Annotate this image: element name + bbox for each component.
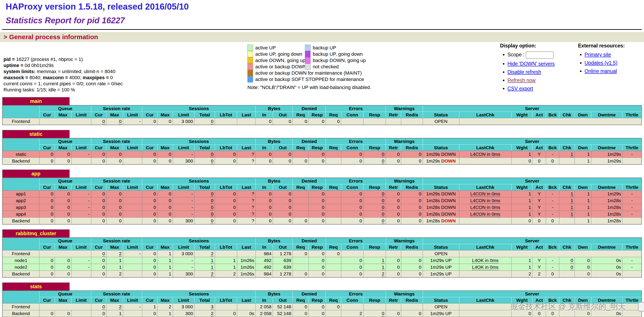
column-header: Max	[158, 297, 173, 304]
table-row: Backend00000030000?000000001m28s DOWN000…	[2, 218, 642, 225]
stat-cell: 0	[106, 158, 123, 165]
stat-cell: 0	[364, 218, 386, 225]
stat-cell: -	[173, 211, 194, 218]
column-group-header: Bytes	[256, 178, 293, 184]
stat-cell: 0	[158, 197, 173, 204]
stat-cell: 0s	[591, 271, 622, 278]
column-header: Resp	[364, 184, 386, 191]
proxy-name-link[interactable]: app	[32, 171, 40, 176]
tooltip-value: 0	[382, 191, 384, 197]
column-group-header: Server	[423, 105, 642, 112]
tooltip-value: 0	[211, 191, 214, 197]
csv-export-link[interactable]: CSV export	[508, 86, 533, 91]
proxy-name-link[interactable]: static	[30, 131, 42, 137]
column-header: Chk	[559, 112, 574, 118]
column-header: Limit	[123, 145, 142, 151]
column-group-header: Bytes	[256, 105, 293, 112]
process-info-line: Running tasks: 1/15; idle = 100 %	[4, 87, 248, 93]
column-header: Max	[106, 184, 123, 191]
online-manual-link[interactable]: Online manual	[584, 68, 617, 74]
stat-cell: 1	[364, 257, 386, 264]
corner-header	[2, 138, 40, 151]
proxy-name-link[interactable]: rabbitmq_cluster	[16, 231, 56, 236]
primary-site-link[interactable]: Primary site	[584, 52, 611, 57]
stat-cell: 1m29s DOWN	[423, 158, 459, 165]
column-header: LastChk	[459, 184, 511, 191]
stat-cell: 0	[142, 310, 157, 317]
stat-cell	[123, 211, 142, 218]
disable-refresh-link[interactable]: Disable refresh	[508, 69, 541, 75]
stat-cell: 2	[364, 271, 386, 278]
display-options: Display option: Scope : Hide 'DOWN' serv…	[485, 43, 572, 94]
stat-cell: 0	[40, 218, 55, 225]
tooltip-value: 1	[211, 258, 214, 264]
stat-cell: 0	[40, 257, 55, 264]
stat-cell: 0	[308, 211, 326, 218]
stat-cell: 0	[308, 264, 326, 271]
refresh-now-link[interactable]: Refresh now	[508, 77, 536, 83]
stat-cell: 0	[341, 257, 364, 264]
stat-cell: 0	[401, 211, 423, 218]
table-row: Frontend02-123 00032 05852 148000OPEN	[2, 304, 642, 310]
stat-cell: -	[123, 304, 142, 310]
stat-cell: 1	[559, 191, 574, 197]
stat-cell: 984	[256, 271, 273, 278]
stat-cell: 52 148	[273, 304, 293, 310]
stat-cell: 0	[293, 310, 308, 317]
column-group-header: Sessions	[142, 178, 256, 184]
column-header: Total	[194, 244, 215, 250]
stat-cell: 1	[511, 204, 532, 211]
stat-cell: -	[173, 191, 194, 197]
column-header: Dwntme	[591, 297, 622, 304]
tooltip-value: L4CON in 0ms	[470, 152, 500, 157]
stat-cell: -	[173, 264, 194, 271]
stat-cell	[123, 310, 142, 317]
stat-cell: 0	[91, 191, 106, 197]
tooltip-value: 0	[382, 152, 384, 157]
proxy-name-link[interactable]: main	[30, 98, 42, 104]
stat-cell: 0	[215, 191, 237, 197]
stat-cell: -	[622, 264, 642, 271]
column-header: Retr	[386, 112, 401, 118]
column-group-header: Errors	[326, 291, 386, 297]
tooltip-value: L4CON in 0ms	[470, 205, 500, 210]
column-header: Last	[237, 297, 256, 304]
stat-cell: ?	[237, 218, 256, 225]
stat-cell: ?	[237, 158, 256, 165]
proxy-name-link[interactable]: stats	[30, 284, 42, 289]
stat-cell	[293, 197, 308, 204]
stat-cell: L4CON in 0ms	[459, 211, 511, 218]
stat-cell: 0	[308, 250, 326, 257]
row-label: app1	[2, 191, 40, 197]
column-header: Limit	[173, 244, 194, 250]
hide-down-servers-link[interactable]: Hide 'DOWN' servers	[508, 61, 555, 67]
stat-cell: 1	[574, 158, 591, 165]
external-resources: External resources: Primary siteUpdates …	[572, 43, 625, 94]
stat-cell: ?	[237, 191, 256, 197]
stat-cell	[237, 250, 256, 257]
stat-cell: 0	[40, 158, 55, 165]
stat-cell: 0	[273, 151, 293, 158]
column-header: Conn	[341, 184, 364, 191]
column-header: Resp	[364, 112, 386, 118]
tooltip-value: 0	[382, 198, 384, 204]
column-header: Limit	[123, 112, 142, 118]
stat-cell: 0	[91, 211, 106, 218]
stat-cell: 0	[386, 204, 401, 211]
corner-header	[2, 178, 40, 191]
stat-cell: ?	[237, 151, 256, 158]
stat-cell: 0	[215, 204, 237, 211]
tooltip-value: L4OK in 0ms	[472, 265, 498, 270]
table-row: Frontend00-003 000000000OPEN	[2, 118, 642, 125]
updates-link: Updates (v1.5)	[584, 60, 625, 66]
updates-link[interactable]: Updates (v1.5)	[584, 60, 618, 66]
tooltip-value: 0	[211, 205, 214, 210]
scope-input[interactable]	[526, 51, 554, 59]
stat-cell: 1	[158, 257, 173, 264]
stat-cell: 0	[40, 271, 55, 278]
tooltip-value: 0	[382, 311, 384, 317]
stat-cell: 1	[215, 264, 237, 271]
column-header: Cur	[91, 145, 106, 151]
column-header: Total	[194, 184, 215, 191]
stat-cell: 3 000	[173, 250, 194, 257]
